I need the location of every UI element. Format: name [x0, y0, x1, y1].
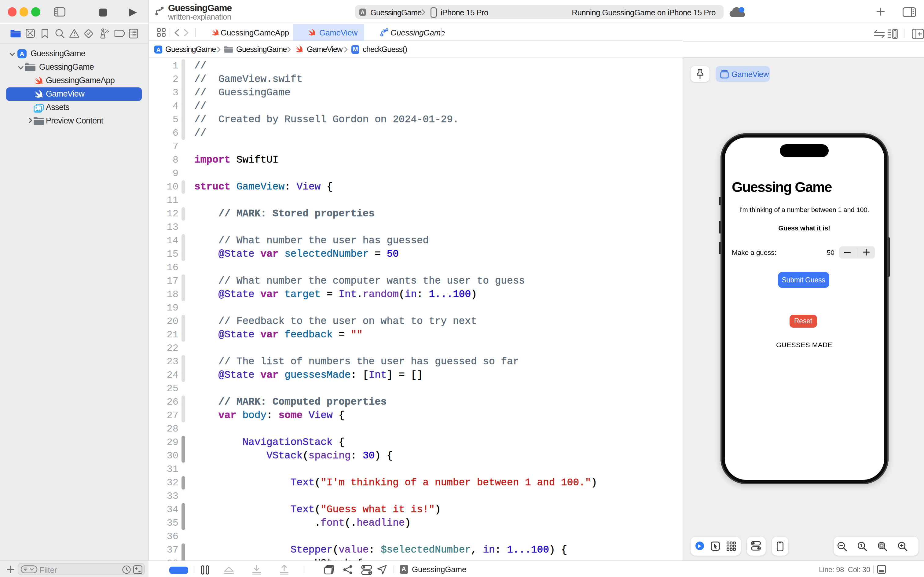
svg-text:A: A — [19, 50, 24, 58]
svg-text:A: A — [156, 46, 160, 53]
svg-text:1: 1 — [860, 543, 863, 548]
